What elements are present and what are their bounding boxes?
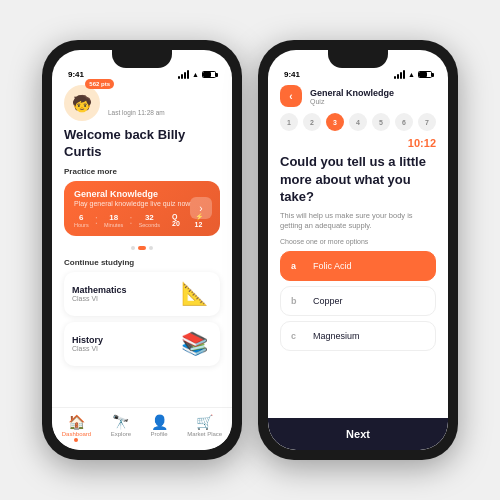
quiz-subtitle: Quiz <box>310 98 394 105</box>
avatar: 🧒 <box>64 85 100 121</box>
welcome-text: Welcome back Billy Curtis <box>64 127 220 161</box>
option-b-letter: b <box>291 296 305 306</box>
quiz-card[interactable]: General Knowledge Play general knowledge… <box>64 181 220 236</box>
signal-icon-2 <box>394 70 405 79</box>
stat-questions: Q 20 <box>172 213 185 227</box>
carousel-dots <box>64 246 220 250</box>
step-3[interactable]: 3 <box>326 113 344 131</box>
step-indicators: 1 2 3 4 5 6 7 <box>280 113 436 131</box>
option-a-letter: a <box>291 261 305 271</box>
option-c-text: Magnesium <box>313 331 360 341</box>
nav-dashboard[interactable]: 🏠 Dashboard <box>62 414 91 442</box>
stat-hours: 6 Hours <box>74 213 89 228</box>
option-c[interactable]: c Magnesium <box>280 321 436 351</box>
continue-label: Continue studying <box>64 258 220 267</box>
battery-icon-2 <box>418 71 432 78</box>
quiz-arrow-btn[interactable]: › <box>190 197 212 219</box>
nav-explore[interactable]: 🔭 Explore <box>111 414 131 442</box>
step-2[interactable]: 2 <box>303 113 321 131</box>
stat-seconds: 32 Seconds <box>139 213 160 228</box>
wifi-icon: ▲ <box>192 71 199 78</box>
option-a-text: Folic Acid <box>313 261 352 271</box>
timer: 10:12 <box>280 137 436 149</box>
status-bar-1: 9:41 ▲ <box>52 66 232 81</box>
notch-1 <box>112 50 172 68</box>
phone-1: 9:41 ▲ <box>42 40 242 460</box>
notch-2 <box>328 50 388 68</box>
step-7[interactable]: 7 <box>418 113 436 131</box>
nav-dashboard-label: Dashboard <box>62 431 91 437</box>
phone-1-screen: 9:41 ▲ <box>52 50 232 450</box>
math-illustration: 📐 <box>176 279 212 309</box>
step-6[interactable]: 6 <box>395 113 413 131</box>
study-card-history[interactable]: History Class VI 📚 <box>64 322 220 366</box>
option-a[interactable]: a Folic Acid <box>280 251 436 281</box>
study-card-math[interactable]: Mathematics Class VI 📐 <box>64 272 220 316</box>
battery-icon <box>202 71 216 78</box>
marketplace-icon: 🛒 <box>196 414 213 430</box>
status-time-1: 9:41 <box>68 70 84 79</box>
phone1-content: 🧒 562 pts Last login 11:28 am Welcome ba… <box>52 81 232 366</box>
stat-minutes: 18 Minutes <box>104 213 123 228</box>
user-header: 🧒 562 pts Last login 11:28 am <box>64 85 220 121</box>
status-icons-1: ▲ <box>178 70 216 79</box>
signal-icon <box>178 70 189 79</box>
quiz-card-title: General Knowledge <box>74 189 210 199</box>
choose-label: Choose one or more options <box>280 238 436 245</box>
option-b[interactable]: b Copper <box>280 286 436 316</box>
dashboard-icon: 🏠 <box>68 414 85 430</box>
quiz-title: General Knowledge <box>310 88 394 98</box>
nav-explore-label: Explore <box>111 431 131 437</box>
nav-profile-label: Profile <box>151 431 168 437</box>
profile-icon: 👤 <box>151 414 168 430</box>
option-b-text: Copper <box>313 296 343 306</box>
status-bar-2: 9:41 ▲ <box>268 66 448 81</box>
option-c-letter: c <box>291 331 305 341</box>
quiz-header: ‹ General Knowledge Quiz <box>280 85 436 107</box>
wifi-icon-2: ▲ <box>408 71 415 78</box>
history-illustration: 📚 <box>176 329 212 359</box>
last-login: Last login 11:28 am <box>108 91 165 116</box>
next-button[interactable]: Next <box>268 418 448 450</box>
avatar-wrap: 🧒 562 pts <box>64 85 100 121</box>
nav-marketplace[interactable]: 🛒 Market Place <box>187 414 222 442</box>
step-1[interactable]: 1 <box>280 113 298 131</box>
phone-2-screen: 9:41 ▲ ‹ <box>268 50 448 450</box>
nav-marketplace-label: Market Place <box>187 431 222 437</box>
question-hint: This will help us make sure your body is… <box>280 211 436 232</box>
bottom-nav: 🏠 Dashboard 🔭 Explore 👤 Profile 🛒 Market… <box>52 407 232 450</box>
step-5[interactable]: 5 <box>372 113 390 131</box>
question-text: Could you tell us a little more about wh… <box>280 153 436 206</box>
status-icons-2: ▲ <box>394 70 432 79</box>
practice-label: Practice more <box>64 167 220 176</box>
pts-badge: 562 pts <box>85 79 114 89</box>
nav-profile[interactable]: 👤 Profile <box>151 414 168 442</box>
explore-icon: 🔭 <box>112 414 129 430</box>
back-button[interactable]: ‹ <box>280 85 302 107</box>
status-time-2: 9:41 <box>284 70 300 79</box>
step-4[interactable]: 4 <box>349 113 367 131</box>
phone2-content: ‹ General Knowledge Quiz 1 2 3 4 5 6 7 <box>268 81 448 450</box>
phone-2: 9:41 ▲ ‹ <box>258 40 458 460</box>
